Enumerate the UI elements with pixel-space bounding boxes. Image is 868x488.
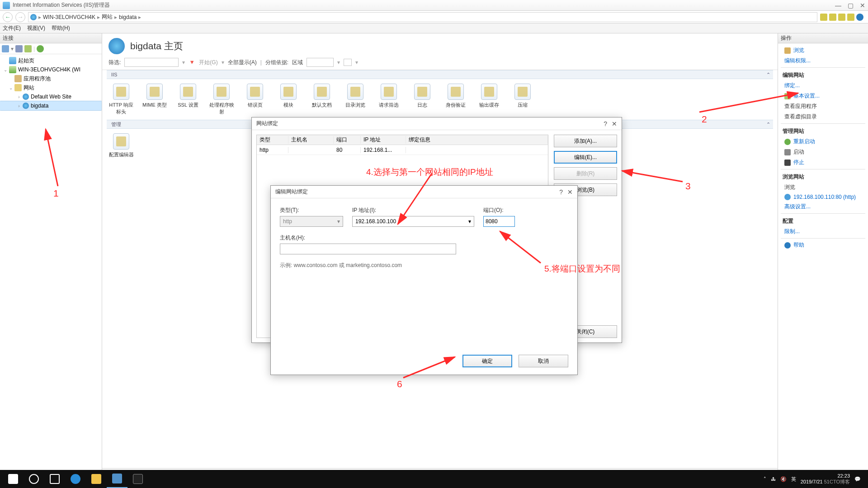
tree-sites[interactable]: ⌄网站 — [0, 83, 102, 92]
tray-volume-icon[interactable]: 🔇 — [780, 476, 787, 482]
tool-icon[interactable] — [838, 14, 845, 21]
tray-chevron-icon[interactable]: ˄ — [764, 476, 766, 482]
window-titlebar: Internet Information Services (IIS)管理器 —… — [0, 0, 868, 11]
tray-network-icon[interactable]: 🖧 — [771, 476, 776, 482]
feature-default-doc[interactable]: 默认文档 — [309, 84, 335, 115]
save-icon[interactable] — [15, 45, 23, 52]
cancel-button[interactable]: 取消 — [519, 355, 568, 367]
feature-mime[interactable]: MIME 类型 — [142, 84, 167, 115]
action-stop[interactable]: 停止 — [778, 157, 868, 168]
start-label[interactable]: 开始(G) — [199, 59, 217, 66]
action-help[interactable]: 帮助 — [778, 240, 868, 250]
dialog-help-icon[interactable]: ? — [559, 188, 563, 196]
label-type: 类型(T): — [280, 206, 343, 214]
dialog-close-icon[interactable]: ✕ — [612, 120, 617, 127]
actions-header: 操作 — [778, 33, 868, 43]
binding-row[interactable]: http 80 192.168.1... — [257, 145, 548, 155]
feature-compression[interactable]: 压缩 — [510, 84, 535, 115]
col-type: 类型 — [257, 136, 288, 144]
feature-http-headers[interactable]: HTTP 响应标头 — [108, 84, 134, 115]
maximize-button[interactable]: ▢ — [848, 2, 854, 9]
tool-icon[interactable] — [829, 14, 836, 21]
action-limits[interactable]: 限制... — [778, 226, 868, 237]
menu-view[interactable]: 视图(V) — [27, 24, 45, 32]
breadcrumb-sites[interactable]: 网站 — [102, 13, 113, 21]
action-browse-site[interactable]: 浏览 — [778, 182, 868, 192]
forward-button[interactable]: → — [15, 12, 25, 22]
tree-default-site[interactable]: ›Default Web Site — [0, 92, 102, 101]
grid-icon[interactable] — [24, 45, 32, 52]
action-restart[interactable]: 重新启动 — [778, 136, 868, 147]
globe-icon — [30, 14, 37, 20]
breadcrumb[interactable]: ▸ WIN-3ELOHVGCH4K ▸ 网站 ▸ bigdata ▸ — [28, 12, 817, 22]
col-port: 端口 — [334, 136, 361, 144]
action-basic-settings[interactable]: 基本设置... — [778, 91, 868, 101]
connections-header: 连接 — [0, 33, 102, 43]
action-advanced-settings[interactable]: 高级设置... — [778, 202, 868, 212]
search-button[interactable] — [24, 470, 44, 488]
ok-button[interactable]: 确定 — [462, 355, 512, 367]
feature-ssl[interactable]: SSL 设置 — [175, 84, 201, 115]
taskbar-explorer[interactable] — [86, 470, 107, 488]
breadcrumb-server[interactable]: WIN-3ELOHVGCH4K — [43, 14, 95, 20]
taskbar-iis[interactable] — [107, 470, 127, 488]
start-button[interactable] — [3, 470, 24, 488]
feature-request-filter[interactable]: 请求筛选 — [376, 84, 401, 115]
taskbar-ie[interactable] — [65, 470, 86, 488]
action-view-apps[interactable]: 查看应用程序 — [778, 101, 868, 112]
action-view-vdirs[interactable]: 查看虚拟目录 — [778, 112, 868, 122]
menu-help[interactable]: 帮助(H) — [52, 24, 70, 32]
filter-label: 筛选: — [108, 59, 121, 66]
minimize-button[interactable]: — — [835, 2, 841, 9]
taskbar-cmd[interactable] — [127, 470, 148, 488]
feature-error-pages[interactable]: 错误页 — [242, 84, 268, 115]
refresh-icon[interactable] — [37, 45, 44, 52]
feature-auth[interactable]: 身份验证 — [443, 84, 468, 115]
feature-output-cache[interactable]: 输出缓存 — [476, 84, 502, 115]
dialog-help-icon[interactable]: ? — [604, 120, 607, 127]
feature-dir-browse[interactable]: 目录浏览 — [343, 84, 368, 115]
view-toggle[interactable] — [344, 59, 352, 66]
action-edit-permissions[interactable]: 编辑权限... — [778, 56, 868, 66]
tray-ime[interactable]: 英 — [791, 476, 796, 483]
showall-link[interactable]: 全部显示(A) — [228, 59, 257, 66]
tree-start-page[interactable]: 起始页 — [0, 56, 102, 65]
close-button[interactable]: ✕ — [860, 2, 865, 9]
ip-select[interactable]: 192.168.100.100▾ — [352, 216, 474, 227]
hostname-input[interactable] — [280, 244, 456, 254]
tray-notifications-icon[interactable]: 💬 — [854, 476, 861, 482]
connections-panel: 连接 ▾ | 起始页 ⌄WIN-3ELOHVGCH4K (WI 应用程序池 ⌄网… — [0, 33, 102, 479]
action-browse-ipport[interactable]: 192.168.100.110:80 (http) — [778, 192, 868, 202]
menu-file[interactable]: 文件(E) — [3, 24, 21, 32]
breadcrumb-site[interactable]: bigdata — [119, 14, 137, 20]
action-browse[interactable]: 浏览 — [778, 45, 868, 56]
dialog-close-icon[interactable]: ✕ — [567, 188, 573, 196]
task-view-button[interactable] — [44, 470, 65, 488]
tree-server[interactable]: ⌄WIN-3ELOHVGCH4K (WI — [0, 65, 102, 74]
bindings-edit-button[interactable]: 编辑(E)... — [554, 151, 617, 164]
tool-icon[interactable] — [847, 14, 854, 21]
groupby-value[interactable]: 区域 — [292, 59, 303, 66]
feature-config-editor[interactable]: 配置编辑器 — [108, 133, 134, 158]
feature-handler-mappings[interactable]: 处理程序映射 — [209, 84, 234, 115]
bindings-add-button[interactable]: 添加(A)... — [554, 135, 617, 147]
site-large-icon — [108, 38, 125, 54]
back-button[interactable]: ← — [3, 12, 13, 22]
tool-icon[interactable] — [820, 14, 827, 21]
help-icon[interactable] — [856, 14, 863, 21]
group-config: 配置 — [778, 215, 868, 226]
port-input[interactable] — [483, 216, 515, 227]
feature-logging[interactable]: 日志 — [410, 84, 435, 115]
action-bindings[interactable]: 绑定... — [778, 80, 868, 91]
group-edit-site: 编辑网站 — [778, 69, 868, 80]
tray-clock[interactable]: 22:23 2019/7/21 51CTO博客 — [801, 473, 850, 485]
tree-apppools[interactable]: 应用程序池 — [0, 74, 102, 83]
tree-bigdata-site[interactable]: ›bigdata — [0, 101, 102, 110]
section-iis[interactable]: IIS⌃ — [107, 70, 773, 79]
feature-modules[interactable]: 模块 — [276, 84, 301, 115]
actions-panel: 操作 浏览 编辑权限... 编辑网站 绑定... 基本设置... 查看应用程序 … — [778, 33, 868, 479]
connect-icon[interactable] — [2, 45, 9, 52]
filter-combo[interactable] — [124, 58, 179, 67]
action-start[interactable]: 启动 — [778, 147, 868, 157]
groupby-combo[interactable] — [307, 58, 334, 67]
